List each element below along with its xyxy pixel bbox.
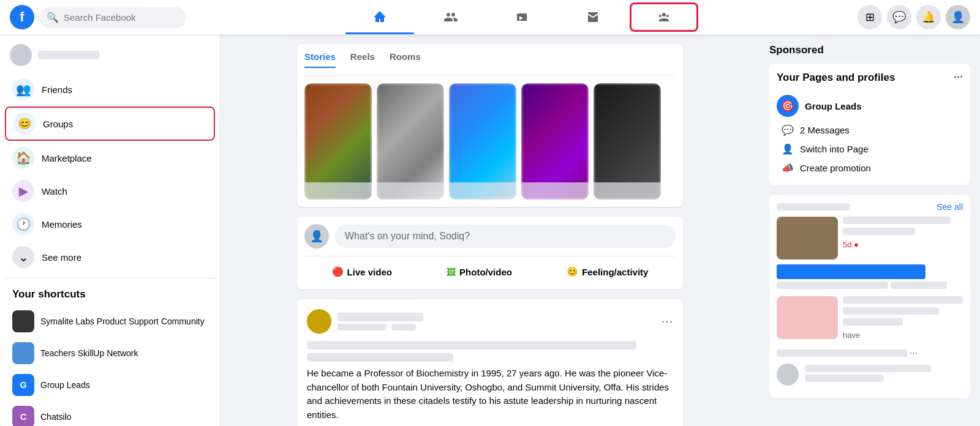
chatsilo-icon: C [12,406,34,426]
shortcut-chatsilo[interactable]: C Chatsilo [5,401,215,426]
sp-image-2 [777,296,838,339]
nav-groups-button[interactable] [630,2,698,32]
live-video-icon: 🔴 [332,266,344,277]
shortcut-group-leads[interactable]: G Group Leads [5,369,215,401]
post-input-row: 👤 What's on your mind, Sodiq? [304,224,676,248]
user-avatar[interactable]: 👤 [946,5,970,29]
see-all-link[interactable]: See all [937,202,963,212]
story-item-2[interactable] [377,83,444,200]
svg-point-2 [666,15,669,17]
search-icon: 🔍 [47,12,59,23]
shortcut-teachers[interactable]: Teachers SkillUp Network [5,337,215,369]
photo-video-button[interactable]: 🖼 Photo/video [437,261,522,282]
nav-friends-button[interactable] [417,2,485,32]
chatsilo-label: Chatsilo [40,412,72,422]
sponsored-content-section: See all 5d ● [769,195,970,398]
sidebar-item-groups[interactable]: 😊 Groups [5,106,215,141]
sp-user-line1 [805,365,931,372]
top-navigation: f 🔍 ⊞ 💬 🔔 👤 [0,0,980,34]
feeling-button[interactable]: 😊 Feeling/activity [557,261,658,282]
sp-avatar-row [777,364,963,386]
left-sidebar: 👥 Friends 😊 Groups 🏠 Marketplace ▶ Watch… [0,34,221,426]
pages-profiles-section: Your Pages and profiles ··· 🎯 Group Lead… [769,64,970,185]
group-leads-page-label: Group Leads [805,101,862,111]
post-name [337,313,423,321]
story-item-1[interactable] [304,83,372,200]
memories-icon: 🕐 [12,213,34,235]
svg-point-1 [659,15,662,17]
sp-line1 [843,217,951,224]
sidebar-item-see-more[interactable]: ⌄ See more [5,241,215,273]
marketplace-label: Marketplace [42,153,92,163]
post-blur-line2 [307,353,453,362]
sidebar-item-marketplace[interactable]: 🏠 Marketplace [5,142,215,174]
sp-sub-line [777,282,888,289]
facebook-logo[interactable]: f [10,5,34,29]
post-sub2 [391,324,416,331]
sponsored-item-1: 5d ● [777,217,963,289]
nav-home-button[interactable] [345,2,414,32]
svg-point-0 [662,13,666,17]
post-menu-button[interactable]: ⋯ [661,314,673,329]
friends-label: Friends [42,84,72,95]
teachers-label: Teachers SkillUp Network [40,348,138,358]
feeling-icon: 😊 [567,266,578,277]
sp2-line3 [843,318,903,326]
sp-more-icon[interactable]: ··· [910,348,918,359]
photo-video-label: Photo/video [459,267,512,277]
photo-icon: 🖼 [447,267,456,277]
pages-more-button[interactable]: ··· [954,71,963,84]
story-item-5[interactable] [594,83,661,200]
shortcut-symalite[interactable]: Symalite Labs Product Support Community [5,305,215,337]
pages-section-title: Your Pages and profiles ··· [777,71,963,84]
search-input[interactable] [64,12,179,23]
notifications-button[interactable]: 🔔 [916,5,941,29]
stories-row [304,83,676,200]
tab-reels[interactable]: Reels [350,51,375,68]
memories-label: Memories [42,219,82,230]
user-avatar-small [10,44,32,66]
sp-action-area [777,264,963,289]
tab-stories[interactable]: Stories [304,51,336,68]
post-text-content: He became a Professor of Biochemistry in… [307,367,673,422]
promotion-icon: 📣 [782,162,794,174]
search-box[interactable]: 🔍 [39,7,186,28]
sp-line2 [843,228,915,235]
apps-button[interactable]: ⊞ [858,5,882,29]
sp-footer-line [777,349,907,357]
nav-marketplace-button[interactable] [559,2,627,32]
sidebar-item-memories[interactable]: 🕐 Memories [5,208,215,240]
tab-rooms[interactable]: Rooms [390,51,421,68]
user-profile[interactable] [5,39,215,71]
story-item-4[interactable] [521,83,589,200]
feeling-label: Feeling/activity [582,267,648,277]
switch-page-item[interactable]: 👤 Switch into Page [777,140,963,159]
live-video-button[interactable]: 🔴 Live video [322,261,402,282]
groups-label: Groups [43,119,73,129]
messages-sub-item[interactable]: 💬 2 Messages [777,121,963,140]
sp-blue-btn[interactable] [777,264,925,279]
live-video-label: Live video [347,267,392,277]
nav-watch-button[interactable] [488,2,556,32]
sidebar-item-watch[interactable]: ▶ Watch [5,175,215,207]
page-body: 👥 Friends 😊 Groups 🏠 Marketplace ▶ Watch… [0,34,980,426]
stories-tabs: Stories Reels Rooms [304,51,676,76]
messenger-button[interactable]: 💬 [887,5,911,29]
feed-post: ⋯ He became a Professor of Biochemistry … [297,299,683,426]
sp-sub-actions [777,282,963,289]
post-user-info [337,313,655,331]
friends-icon: 👥 [12,78,34,100]
post-input[interactable]: What's on your mind, Sodiq? [335,225,676,248]
story-item-3[interactable] [449,83,516,200]
switch-label: Switch into Page [800,144,869,154]
sidebar-item-friends[interactable]: 👥 Friends [5,73,215,105]
group-leads-label: Group Leads [40,380,90,390]
group-leads-icon: G [12,374,34,396]
sponsored-title: Sponsored [769,44,970,56]
promotion-label: Create promotion [800,163,871,173]
sp-time-badge: 5d ● [843,240,859,249]
create-promotion-item[interactable]: 📣 Create promotion [777,159,963,177]
watch-label: Watch [42,186,67,196]
post-actions: 🔴 Live video 🖼 Photo/video 😊 Feeling/act… [304,256,676,282]
sp2-suffix: have [843,331,860,340]
